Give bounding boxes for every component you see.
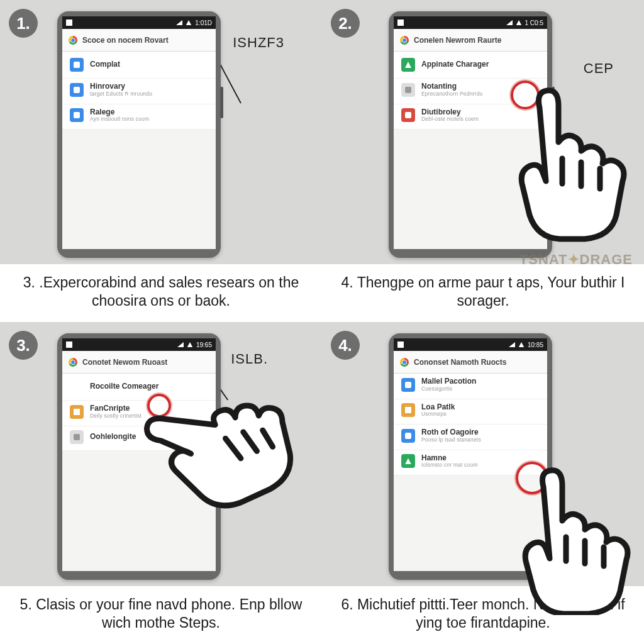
tutorial-grid: 1. ISHZF3 1:01D Scoce on nocem Rovart [0, 0, 644, 644]
list-item[interactable]: FanCnripteDeily sostly crinertist [62, 401, 216, 426]
step-badge: 1. [9, 9, 38, 38]
list-item[interactable]: Appinate Charager [394, 52, 547, 79]
svg-line-5 [263, 429, 273, 448]
app-logo-icon [69, 358, 77, 367]
item-icon [70, 380, 84, 394]
callout-label: ISLB. [231, 351, 268, 367]
list-item[interactable]: Complat [62, 52, 216, 79]
item-icon [70, 83, 84, 97]
step-panel-3: 3. ISLB. 19:65 Conotet Newom Ruoast [0, 322, 322, 644]
step-badge: 3. [9, 331, 38, 360]
item-icon [401, 83, 415, 97]
list-item[interactable]: Loa PatlkUsmmepe [394, 399, 547, 425]
signal-icon [509, 342, 515, 347]
status-time: 10:85 [528, 341, 543, 348]
status-bar: 19:65 [62, 338, 216, 351]
app-title: Conelen Newrom Raurte [414, 36, 501, 45]
phone-screen: 19:65 Conotet Newom Ruoast Rocoilte Come… [62, 338, 216, 571]
app-logo-icon [400, 358, 409, 367]
tap-indicator [147, 394, 171, 418]
item-icon [401, 378, 415, 392]
app-logo-icon [400, 36, 409, 45]
wifi-icon [516, 20, 521, 25]
tap-indicator [516, 462, 548, 494]
tap-indicator [511, 80, 540, 109]
signal-icon [506, 20, 513, 25]
app-header: Conelen Newrom Raurte [394, 29, 547, 52]
app-header: Scoce on nocem Rovart [62, 29, 216, 52]
callout-label: CEP [584, 60, 614, 77]
item-icon [70, 58, 84, 72]
status-time: 1 C0:5 [525, 19, 543, 26]
svg-line-3 [226, 436, 241, 461]
power-button[interactable] [552, 87, 555, 118]
status-bar: 10:85 [394, 338, 547, 351]
status-app-icon [66, 341, 72, 348]
wifi-icon [186, 20, 191, 25]
status-time: 19:65 [196, 341, 212, 348]
signal-icon [176, 20, 182, 25]
wifi-icon [187, 342, 192, 347]
status-bar: 1:01D [62, 16, 216, 29]
item-icon [401, 454, 415, 468]
status-time: 1:01D [195, 19, 212, 26]
list-item[interactable]: Rocoilte Comeager [62, 374, 216, 401]
list-item[interactable]: Mallel PacotionCuessigortis [394, 374, 547, 399]
list-item[interactable]: Hinrovarytarget Educts R mroundo [62, 79, 216, 104]
signal-icon [177, 342, 184, 347]
status-app-icon [397, 19, 404, 26]
step-badge: 4. [331, 331, 360, 360]
phone-screen: 10:85 Cononset Namoth Ruocts Mallel Paco… [394, 338, 547, 571]
item-icon [401, 108, 415, 122]
list-item[interactable]: Oohlelongite [62, 426, 216, 451]
settings-list: Complat Hinrovarytarget Educts R mroundo… [62, 52, 216, 249]
star-icon: ✦ [568, 252, 580, 267]
step-caption: 4. Thengpe on arme paur t aps, Your buth… [322, 264, 644, 322]
status-app-icon [397, 341, 404, 348]
callout-label: ISHZF3 [233, 35, 284, 51]
watermark-text: TSNAT✦DRAGE [519, 252, 633, 268]
power-button[interactable] [220, 87, 223, 118]
item-icon [401, 403, 415, 417]
wifi-icon [519, 342, 524, 347]
item-icon [70, 430, 84, 444]
status-bar: 1 C0:5 [394, 16, 547, 29]
app-header: Cononset Namoth Ruocts [394, 351, 547, 374]
app-title: Scoce on nocem Rovart [82, 36, 169, 45]
phone-screen: 1:01D Scoce on nocem Rovart Complat Hinr… [62, 16, 216, 249]
step-panel-2: 2. CEP 1 C0:5 Conelen Newrom Raurte [322, 0, 644, 322]
item-icon [401, 429, 415, 443]
svg-line-4 [243, 430, 257, 453]
item-icon [70, 405, 84, 419]
app-title: Cononset Namoth Ruocts [414, 358, 506, 367]
step-caption: 5. Clasis or your fine navd phone. Enp b… [0, 586, 322, 644]
phone-frame: 10:85 Cononset Namoth Ruocts Mallel Paco… [389, 333, 552, 580]
step-caption: 6. Michutief pittti.Teer monch. Near Sco… [322, 586, 644, 644]
step-panel-4: 4. 10:85 Cononset Namoth Ruocts [322, 322, 644, 644]
app-logo-icon [69, 36, 77, 45]
settings-list: Rocoilte Comeager FanCnripteDeily sostly… [62, 374, 216, 571]
phone-screen: 1 C0:5 Conelen Newrom Raurte Appinate Ch… [394, 16, 547, 249]
step-badge: 2. [331, 9, 360, 38]
step-panel-1: 1. ISHZF3 1:01D Scoce on nocem Rovart [0, 0, 322, 322]
status-app-icon [66, 19, 72, 26]
list-item[interactable]: RalegeAyn instioutl rsms coom [62, 104, 216, 130]
item-icon [70, 108, 84, 122]
app-title: Conotet Newom Ruoast [82, 358, 167, 367]
phone-frame: 19:65 Conotet Newom Ruoast Rocoilte Come… [57, 333, 221, 580]
app-header: Conotet Newom Ruoast [62, 351, 216, 374]
phone-frame: 1:01D Scoce on nocem Rovart Complat Hinr… [57, 11, 221, 258]
phone-frame: 1 C0:5 Conelen Newrom Raurte Appinate Ch… [389, 11, 552, 258]
item-icon [401, 58, 415, 72]
list-item[interactable]: Roth of OagoirePooso lp isad stananets [394, 425, 547, 450]
step-caption: 3. .Expercorabind and sales resears on t… [0, 264, 322, 322]
